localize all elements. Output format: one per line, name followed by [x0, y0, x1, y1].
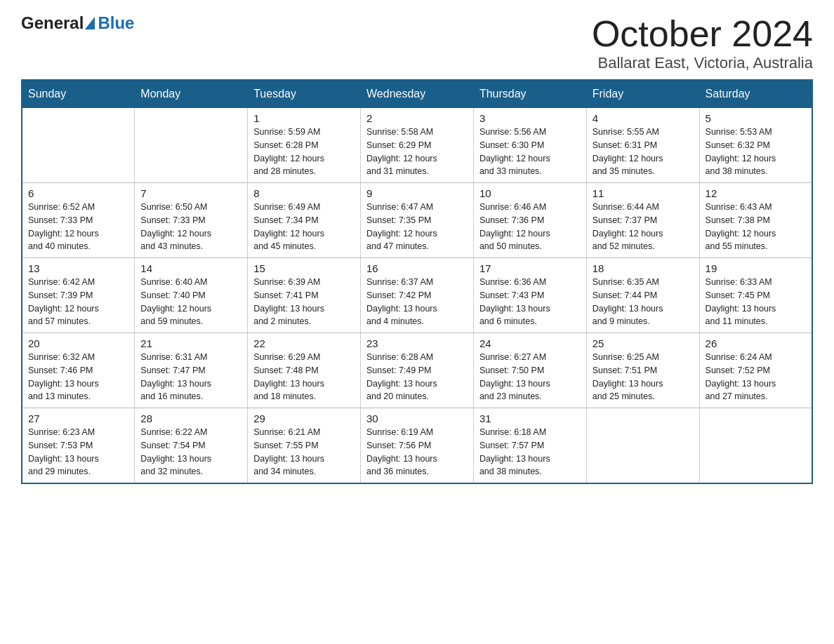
- day-number: 8: [253, 187, 355, 199]
- day-info: Sunrise: 6:42 AMSunset: 7:39 PMDaylight:…: [28, 276, 128, 328]
- calendar-cell: 15Sunrise: 6:39 AMSunset: 7:41 PMDayligh…: [248, 258, 361, 333]
- calendar-cell: 11Sunrise: 6:44 AMSunset: 7:37 PMDayligh…: [586, 183, 699, 258]
- day-info: Sunrise: 5:53 AMSunset: 6:32 PMDaylight:…: [706, 126, 806, 178]
- calendar-cell: 17Sunrise: 6:36 AMSunset: 7:43 PMDayligh…: [473, 258, 586, 333]
- day-number: 22: [253, 337, 355, 349]
- calendar-week-row: 13Sunrise: 6:42 AMSunset: 7:39 PMDayligh…: [22, 258, 812, 333]
- day-info: Sunrise: 6:19 AMSunset: 7:56 PMDaylight:…: [366, 426, 468, 478]
- day-info: Sunrise: 6:31 AMSunset: 7:47 PMDaylight:…: [140, 351, 241, 403]
- weekday-header-row: SundayMondayTuesdayWednesdayThursdayFrid…: [22, 80, 812, 108]
- calendar-cell: 8Sunrise: 6:49 AMSunset: 7:34 PMDaylight…: [248, 183, 361, 258]
- calendar-week-row: 27Sunrise: 6:23 AMSunset: 7:53 PMDayligh…: [22, 408, 812, 484]
- logo-triangle-icon: [85, 17, 95, 29]
- day-number: 18: [593, 262, 694, 274]
- day-number: 30: [366, 412, 468, 424]
- day-number: 21: [140, 337, 241, 349]
- calendar-cell: 23Sunrise: 6:28 AMSunset: 7:49 PMDayligh…: [361, 333, 474, 408]
- calendar-cell: 12Sunrise: 6:43 AMSunset: 7:38 PMDayligh…: [699, 183, 812, 258]
- day-info: Sunrise: 6:28 AMSunset: 7:49 PMDaylight:…: [366, 351, 468, 403]
- day-number: 17: [479, 262, 581, 274]
- calendar-cell: 26Sunrise: 6:24 AMSunset: 7:52 PMDayligh…: [699, 333, 812, 408]
- day-info: Sunrise: 6:36 AMSunset: 7:43 PMDaylight:…: [479, 276, 581, 328]
- calendar-cell: 4Sunrise: 5:55 AMSunset: 6:31 PMDaylight…: [586, 108, 699, 183]
- calendar-cell: 31Sunrise: 6:18 AMSunset: 7:57 PMDayligh…: [473, 408, 586, 484]
- day-number: 26: [706, 337, 806, 349]
- day-info: Sunrise: 6:21 AMSunset: 7:55 PMDaylight:…: [253, 426, 355, 478]
- day-number: 9: [366, 187, 468, 199]
- calendar-cell: 24Sunrise: 6:27 AMSunset: 7:50 PMDayligh…: [473, 333, 586, 408]
- logo: General Blue: [21, 14, 134, 32]
- page-header: General Blue October 2024 Ballarat East,…: [21, 14, 813, 72]
- day-info: Sunrise: 6:25 AMSunset: 7:51 PMDaylight:…: [593, 351, 694, 403]
- day-number: 28: [140, 412, 241, 424]
- day-number: 5: [706, 112, 806, 124]
- weekday-header-saturday: Saturday: [699, 80, 812, 108]
- day-info: Sunrise: 6:37 AMSunset: 7:42 PMDaylight:…: [366, 276, 468, 328]
- calendar-cell: 16Sunrise: 6:37 AMSunset: 7:42 PMDayligh…: [361, 258, 474, 333]
- day-info: Sunrise: 6:52 AMSunset: 7:33 PMDaylight:…: [28, 201, 128, 253]
- day-number: 27: [28, 412, 128, 424]
- day-number: 16: [366, 262, 468, 274]
- day-number: 11: [593, 187, 694, 199]
- calendar-cell: 21Sunrise: 6:31 AMSunset: 7:47 PMDayligh…: [135, 333, 248, 408]
- day-number: 15: [253, 262, 355, 274]
- day-number: 19: [706, 262, 806, 274]
- weekday-header-tuesday: Tuesday: [248, 80, 361, 108]
- day-number: 7: [140, 187, 241, 199]
- calendar-week-row: 20Sunrise: 6:32 AMSunset: 7:46 PMDayligh…: [22, 333, 812, 408]
- calendar-cell: 30Sunrise: 6:19 AMSunset: 7:56 PMDayligh…: [361, 408, 474, 484]
- day-number: 23: [366, 337, 468, 349]
- weekday-header-wednesday: Wednesday: [361, 80, 474, 108]
- logo-text-general: General: [21, 14, 84, 32]
- day-info: Sunrise: 6:35 AMSunset: 7:44 PMDaylight:…: [593, 276, 694, 328]
- weekday-header-friday: Friday: [586, 80, 699, 108]
- calendar-body: 1Sunrise: 5:59 AMSunset: 6:28 PMDaylight…: [22, 108, 812, 484]
- calendar-cell: 10Sunrise: 6:46 AMSunset: 7:36 PMDayligh…: [473, 183, 586, 258]
- calendar-cell: 18Sunrise: 6:35 AMSunset: 7:44 PMDayligh…: [586, 258, 699, 333]
- day-info: Sunrise: 5:56 AMSunset: 6:30 PMDaylight:…: [479, 126, 581, 178]
- day-info: Sunrise: 6:18 AMSunset: 7:57 PMDaylight:…: [479, 426, 581, 478]
- day-number: 12: [706, 187, 806, 199]
- day-number: 13: [28, 262, 128, 274]
- day-info: Sunrise: 6:27 AMSunset: 7:50 PMDaylight:…: [479, 351, 581, 403]
- calendar-cell: 1Sunrise: 5:59 AMSunset: 6:28 PMDaylight…: [248, 108, 361, 183]
- calendar-cell: [586, 408, 699, 484]
- day-info: Sunrise: 6:22 AMSunset: 7:54 PMDaylight:…: [140, 426, 241, 478]
- calendar-cell: 20Sunrise: 6:32 AMSunset: 7:46 PMDayligh…: [22, 333, 135, 408]
- day-info: Sunrise: 6:33 AMSunset: 7:45 PMDaylight:…: [706, 276, 806, 328]
- calendar-cell: 6Sunrise: 6:52 AMSunset: 7:33 PMDaylight…: [22, 183, 135, 258]
- calendar-cell: [135, 108, 248, 183]
- day-info: Sunrise: 5:58 AMSunset: 6:29 PMDaylight:…: [366, 126, 468, 178]
- day-number: 29: [253, 412, 355, 424]
- calendar-week-row: 1Sunrise: 5:59 AMSunset: 6:28 PMDaylight…: [22, 108, 812, 183]
- weekday-header-sunday: Sunday: [22, 80, 135, 108]
- day-info: Sunrise: 5:59 AMSunset: 6:28 PMDaylight:…: [253, 126, 355, 178]
- weekday-header-thursday: Thursday: [473, 80, 586, 108]
- day-number: 1: [253, 112, 355, 124]
- day-number: 3: [479, 112, 581, 124]
- day-number: 24: [479, 337, 581, 349]
- day-info: Sunrise: 6:50 AMSunset: 7:33 PMDaylight:…: [140, 201, 241, 253]
- calendar-cell: 5Sunrise: 5:53 AMSunset: 6:32 PMDaylight…: [699, 108, 812, 183]
- day-info: Sunrise: 5:55 AMSunset: 6:31 PMDaylight:…: [593, 126, 694, 178]
- day-number: 10: [479, 187, 581, 199]
- day-info: Sunrise: 6:32 AMSunset: 7:46 PMDaylight:…: [28, 351, 128, 403]
- day-info: Sunrise: 6:29 AMSunset: 7:48 PMDaylight:…: [253, 351, 355, 403]
- day-number: 31: [479, 412, 581, 424]
- calendar-cell: [699, 408, 812, 484]
- calendar-cell: 29Sunrise: 6:21 AMSunset: 7:55 PMDayligh…: [248, 408, 361, 484]
- day-info: Sunrise: 6:49 AMSunset: 7:34 PMDaylight:…: [253, 201, 355, 253]
- calendar-cell: 22Sunrise: 6:29 AMSunset: 7:48 PMDayligh…: [248, 333, 361, 408]
- day-info: Sunrise: 6:40 AMSunset: 7:40 PMDaylight:…: [140, 276, 241, 328]
- calendar-cell: 13Sunrise: 6:42 AMSunset: 7:39 PMDayligh…: [22, 258, 135, 333]
- day-info: Sunrise: 6:47 AMSunset: 7:35 PMDaylight:…: [366, 201, 468, 253]
- calendar-cell: 25Sunrise: 6:25 AMSunset: 7:51 PMDayligh…: [586, 333, 699, 408]
- calendar-cell: 14Sunrise: 6:40 AMSunset: 7:40 PMDayligh…: [135, 258, 248, 333]
- calendar-cell: 7Sunrise: 6:50 AMSunset: 7:33 PMDaylight…: [135, 183, 248, 258]
- calendar-cell: 2Sunrise: 5:58 AMSunset: 6:29 PMDaylight…: [361, 108, 474, 183]
- calendar-cell: 19Sunrise: 6:33 AMSunset: 7:45 PMDayligh…: [699, 258, 812, 333]
- day-number: 20: [28, 337, 128, 349]
- calendar-week-row: 6Sunrise: 6:52 AMSunset: 7:33 PMDaylight…: [22, 183, 812, 258]
- calendar-cell: 3Sunrise: 5:56 AMSunset: 6:30 PMDaylight…: [473, 108, 586, 183]
- day-number: 4: [593, 112, 694, 124]
